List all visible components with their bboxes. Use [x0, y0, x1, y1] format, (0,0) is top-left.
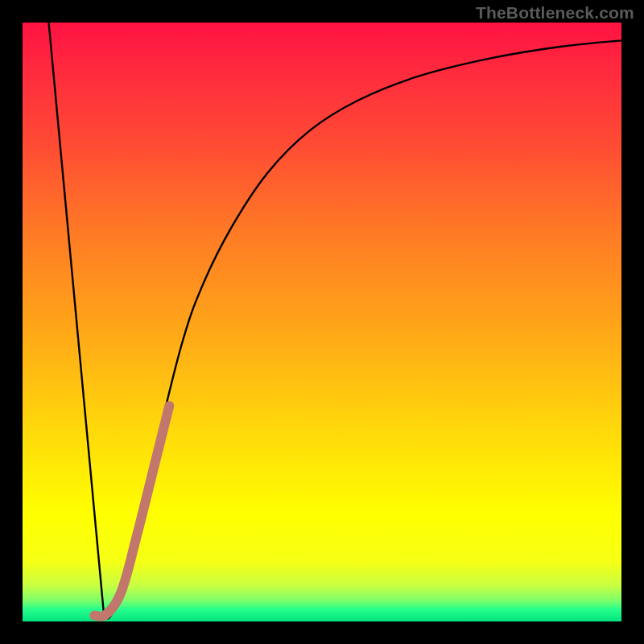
outer-black-frame: TheBottleneck.com: [0, 0, 644, 644]
watermark-text: TheBottleneck.com: [476, 3, 634, 23]
plot-gradient-area: [23, 23, 621, 621]
curve-overlay-svg: [23, 23, 621, 621]
highlight-segment-path: [94, 406, 169, 617]
black-v-curve-path: [47, 23, 621, 618]
